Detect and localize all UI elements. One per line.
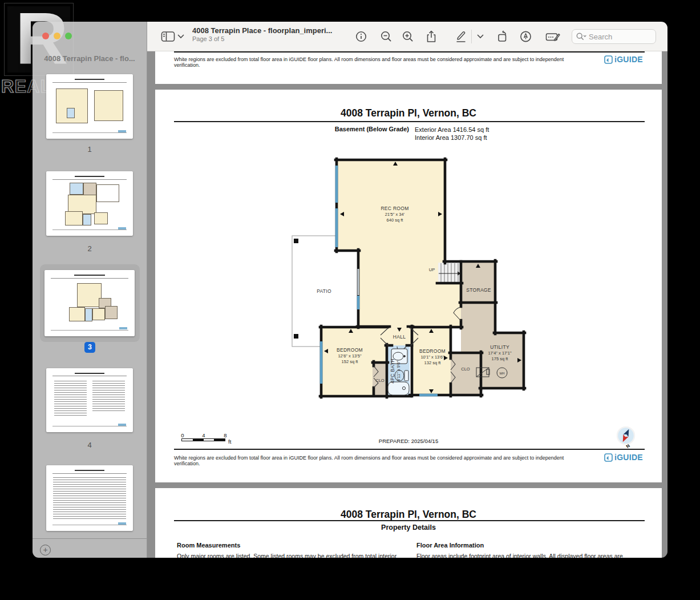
thumb-art [75,79,104,80]
sidebar-toggle-button[interactable] [161,31,175,42]
rec-room-area: 640 sq ft [387,218,404,223]
page-4-details: 4008 Terrapin Pl, Vernon, BC Property De… [155,488,662,558]
floor-area-column: Floor Area Information Floor areas inclu… [416,542,645,558]
rotate-button[interactable] [497,30,509,42]
search-field[interactable] [572,29,656,44]
page-rule [174,449,645,450]
thumbnail-page-4[interactable] [46,368,133,432]
bedroom2-area: 132 sq ft [424,360,442,365]
minimize-button[interactable] [54,33,60,39]
info-icon [355,31,367,42]
thumbnail-page-5[interactable] [46,465,133,531]
window-title-block: 4008 Terrapin Place - floorplan_imperi..… [192,26,332,42]
sidebar-icon [161,31,175,42]
disclaimer-text: White regions are excluded from total fl… [174,455,588,466]
thumb-art [53,477,126,520]
thumb-art [70,183,83,194]
thumbnail-page-4-number: 4 [33,441,147,449]
share-button[interactable] [426,30,437,43]
thumb-art [94,212,108,224]
page-title: 4008 Terrapin Pl, Vernon, BC [155,509,662,521]
thumb-art [65,211,82,225]
closet1-label: CLO [375,378,385,383]
toolbar: 4008 Terrapin Place - floorplan_imperi..… [147,22,667,51]
interior-area: Interior Area 1307.70 sq ft [415,134,489,142]
iguide-wordmark: iGUIDE [614,55,643,64]
rec-room-dim: 21'5" x 34' [385,212,405,217]
page-3-floorplan: 4008 Terrapin Pl, Vernon, BC Basement (B… [155,90,662,482]
close-button[interactable] [42,33,49,39]
thumb-art [118,130,126,132]
thumbnail-page-3[interactable] [44,270,135,336]
thumb-art [52,376,127,376]
sidebar-toggle-chevron[interactable] [177,34,184,39]
fill-sign-button[interactable] [545,31,560,42]
thumb-art [52,132,127,133]
info-button[interactable] [355,31,367,42]
thumb-art [85,308,92,321]
bedroom1-dim: 12'6" x 13'5" [338,353,361,359]
closet2-label: CLO [461,367,470,372]
zoom-in-button[interactable] [402,31,414,42]
thumbnail-page-2[interactable] [46,171,133,236]
utility-area: 175 sq ft [492,356,509,361]
thumb-art [75,176,104,177]
column-body: Only major rooms are listed. Some listed… [177,553,405,558]
utility-label: UTILITY [490,344,509,350]
add-page-button[interactable]: + [40,545,51,555]
thumb-art [52,82,127,83]
thumb-art [119,327,127,329]
disclaimer-text: White regions are excluded from total fl… [174,57,588,68]
toolbar-divider [471,30,472,43]
markup-menu-chevron[interactable] [477,34,484,39]
exterior-area: Exterior Area 1416.54 sq ft [415,126,489,134]
zoom-button[interactable] [65,33,72,39]
scale-ticks: 0 4 8 [181,432,225,438]
search-input[interactable] [589,33,646,41]
zoom-in-icon [402,31,414,42]
markup-button[interactable] [455,30,467,42]
section-title: Property Details [155,524,662,531]
page-title: 4008 Terrapin Pl, Vernon, BC [155,107,662,119]
bedroom2-label: BEDROOM [419,348,446,354]
bedroom1-area: 152 sq ft [342,359,359,364]
thumbnail-page-2-number: 2 [33,244,147,253]
zoom-out-button[interactable] [381,31,392,42]
thumb-art [92,381,126,412]
thumb-art [52,473,127,474]
bath-dim: 4'11" x 9'6" [396,360,401,381]
share-icon [426,30,437,43]
room-measurements-column: Room Measurements Only major rooms are l… [177,542,405,558]
rotate-icon [497,30,509,42]
pencil-icon [455,30,467,42]
column-body: Floor areas include footprint area of in… [416,553,645,558]
document-scroll-area[interactable]: White regions are excluded from total fl… [147,51,667,558]
thumb-art [51,278,128,279]
thumb-art [83,214,91,225]
compass: N [615,426,637,451]
patio-post [294,334,298,339]
thumbnail-page-1[interactable] [46,74,133,139]
bedroom2-dim: 10'1" x 13'6" [420,355,444,360]
zoom-out-icon [381,31,392,42]
annotate-button[interactable] [520,30,532,42]
iguide-mark-icon [604,453,613,462]
page-rule [174,121,645,122]
floorplan-drawing: REC ROOM 21'5" x 34' 640 sq ft PATIO UP … [288,157,528,404]
thumb-art [75,470,104,471]
thumbnail-sidebar: 4008 Terrapin Place - flo... 1 2 [33,22,147,558]
thumb-art [92,308,105,320]
thumb-art [94,90,124,121]
thumb-art [75,373,104,374]
bath-label: 4PC BATH [390,359,395,383]
sidebar-doc-title: 4008 Terrapin Place - flo... [38,54,141,63]
thumb-art [69,307,85,322]
bedroom1-label: BEDROOM [337,347,363,353]
thumb-art [96,184,119,203]
search-icon [576,33,586,41]
thumb-art [54,381,87,416]
page-indicator: Page 3 of 5 [192,35,332,42]
thumb-art [105,306,118,319]
iguide-wordmark: iGUIDE [614,453,643,462]
iguide-logo: iGUIDE [604,453,643,462]
